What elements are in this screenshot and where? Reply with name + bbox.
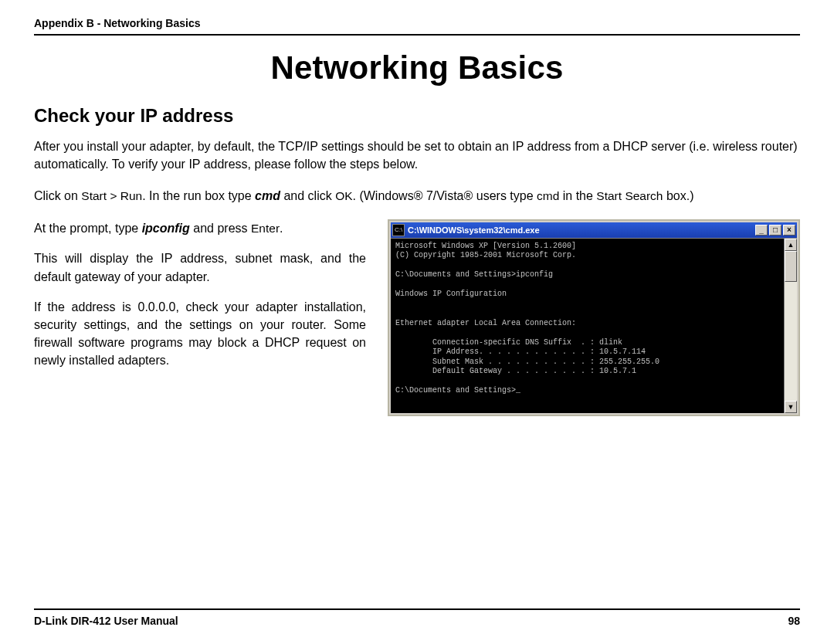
- console-output[interactable]: Microsoft Windows XP [Version 5.1.2600] …: [391, 239, 784, 413]
- text: . In the run box type: [142, 189, 255, 202]
- start-run-text: Start > Run: [81, 189, 142, 202]
- text: At the prompt, type: [34, 222, 142, 235]
- command-prompt-window: C:\ C:\WINDOWS\system32\cmd.exe _ □ × Mi…: [388, 219, 800, 416]
- cmd-icon: C:\: [392, 224, 405, 236]
- text: . (Windows® 7/Vista® users type: [353, 189, 537, 202]
- scroll-thumb[interactable]: [785, 251, 797, 282]
- text: in the: [559, 189, 596, 202]
- window-titlebar[interactable]: C:\ C:\WINDOWS\system32\cmd.exe _ □ ×: [391, 222, 797, 238]
- appendix-header: Appendix B - Networking Basics: [34, 17, 800, 36]
- text: .: [280, 222, 283, 235]
- prompt-paragraph: At the prompt, type ipconfig and press E…: [34, 219, 366, 237]
- text: and click: [280, 189, 335, 202]
- window-title: C:\WINDOWS\system32\cmd.exe: [408, 225, 755, 235]
- manual-name: D-Link DIR-412 User Manual: [34, 615, 178, 627]
- section-heading: Check your IP address: [34, 105, 800, 127]
- ok-text: OK: [335, 189, 352, 202]
- left-column: At the prompt, type ipconfig and press E…: [34, 219, 366, 382]
- step-1-paragraph: Click on Start > Run. In the run box typ…: [34, 187, 800, 205]
- zero-address-paragraph: If the address is 0.0.0.0, check your ad…: [34, 298, 366, 370]
- intro-paragraph: After you install your adapter, by defau…: [34, 137, 800, 173]
- cmd2-text: cmd: [537, 189, 559, 202]
- text: box.): [663, 189, 694, 202]
- page-title: Networking Basics: [34, 49, 800, 86]
- vertical-scrollbar[interactable]: ▲ ▼: [784, 239, 797, 413]
- cmd-text: cmd: [255, 189, 280, 202]
- display-paragraph: This will display the IP address, subnet…: [34, 249, 366, 285]
- enter-text: Enter: [251, 222, 280, 235]
- page-number: 98: [788, 615, 800, 627]
- scroll-track[interactable]: [785, 251, 797, 401]
- maximize-button[interactable]: □: [769, 225, 781, 236]
- ipconfig-text: ipconfig: [142, 222, 190, 235]
- scroll-down-button[interactable]: ▼: [785, 401, 797, 413]
- scroll-up-button[interactable]: ▲: [785, 239, 797, 251]
- close-button[interactable]: ×: [783, 225, 795, 236]
- page-footer: D-Link DIR-412 User Manual 98: [34, 608, 800, 627]
- start-search-text: Start Search: [596, 189, 663, 202]
- text: Click on: [34, 189, 81, 202]
- minimize-button[interactable]: _: [755, 225, 768, 236]
- text: and press: [190, 222, 251, 235]
